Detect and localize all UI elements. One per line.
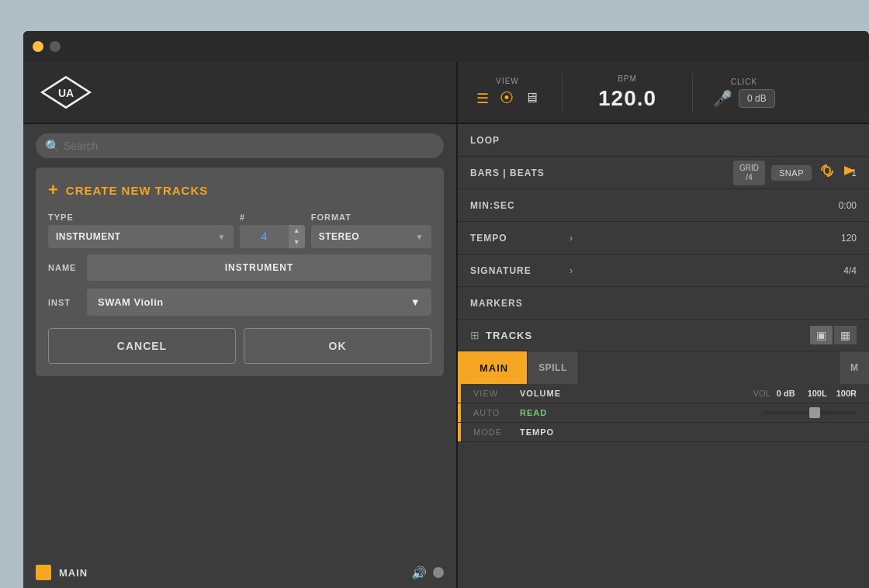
- view-detail-value: VOLUME: [520, 389, 561, 398]
- columns-view-button[interactable]: ⦿: [497, 88, 517, 109]
- grid-label: GRID: [739, 164, 759, 173]
- pan-slider-thumb: [809, 407, 820, 418]
- dialog-title: CREATE NEW TRACKS: [66, 184, 208, 197]
- inst-select[interactable]: SWAM Violin ▼: [87, 289, 431, 316]
- signature-arrow-icon: ›: [570, 265, 573, 276]
- bars-beats-controls: GRID /4 SNAP: [733, 161, 857, 185]
- type-label: TYPE: [48, 213, 234, 222]
- bpm-value[interactable]: 120.0: [598, 86, 656, 111]
- tempo-row: TEMPO › 120: [458, 222, 869, 254]
- right-panel: VIEW ☰ ⦿ 🖥 BPM 120.0 CLICK 🎤: [458, 62, 869, 588]
- markers-label: MARKERS: [470, 298, 563, 309]
- m-button[interactable]: M: [839, 351, 869, 384]
- name-input[interactable]: INSTRUMENT: [87, 254, 431, 281]
- tracks-header: ⊞ TRACKS ▣ ▦: [458, 320, 869, 351]
- view-detail-row: VIEW VOLUME VOL 0 dB 100L 100R: [458, 384, 869, 403]
- tracks-split-view-button[interactable]: ▣: [810, 326, 833, 344]
- list-view-button[interactable]: ☰: [473, 88, 492, 109]
- tracks-view-buttons: ▣ ▦: [810, 326, 857, 344]
- grid-button[interactable]: GRID /4: [733, 161, 765, 185]
- view-section: VIEW ☰ ⦿ 🖥: [473, 77, 542, 109]
- snap-button[interactable]: SNAP: [771, 165, 812, 181]
- format-field: FORMAT STEREO ▼: [311, 213, 431, 248]
- inst-label: INST: [48, 298, 79, 307]
- format-label: FORMAT: [311, 213, 431, 222]
- pan-slider-section: [760, 410, 857, 415]
- bpm-section: BPM 120.0: [583, 74, 672, 111]
- dialog-title-row: + CREATE NEW TRACKS: [48, 180, 431, 200]
- tempo-label: TEMPO: [470, 233, 563, 244]
- inst-row: INST SWAM Violin ▼: [48, 289, 431, 316]
- auto-detail-value: READ: [520, 408, 547, 417]
- click-label: CLICK: [731, 78, 757, 86]
- signature-value: 4/4: [843, 265, 857, 276]
- spill-tab[interactable]: SPILL: [527, 351, 579, 384]
- left-panel: UA 🔍 + CREATE NEW TRACKS: [23, 62, 458, 588]
- type-select[interactable]: INSTRUMENT ▼: [48, 225, 234, 248]
- number-arrows: ▲ ▼: [289, 225, 305, 248]
- num-label: #: [240, 213, 305, 222]
- format-arrow-icon: ▼: [416, 233, 424, 241]
- click-controls: 🎤 0 dB: [713, 89, 775, 108]
- vol-value: 0 dB: [777, 389, 795, 398]
- speaker-icon: 🔊: [411, 566, 427, 580]
- signature-row: SIGNATURE › 4/4: [458, 254, 869, 287]
- timeline-rows: LOOP BARS | BEATS GRID /4 SNAP: [458, 124, 869, 588]
- tracks-title: TRACKS: [486, 330, 810, 341]
- view-detail-label: VIEW: [473, 389, 512, 398]
- link-icon: [818, 164, 836, 177]
- svg-text:UA: UA: [58, 87, 74, 99]
- click-section: CLICK 🎤 0 dB: [713, 78, 775, 108]
- pan-l-value: 100L: [808, 389, 827, 398]
- ua-logo-svg: UA: [39, 73, 93, 112]
- main-track-header: MAIN SPILL M: [458, 351, 869, 384]
- search-input[interactable]: [36, 133, 444, 158]
- maximize-button[interactable]: [50, 41, 61, 52]
- num-up-button[interactable]: ▲: [289, 225, 305, 237]
- num-down-button[interactable]: ▼: [289, 237, 305, 248]
- type-arrow-icon: ▼: [218, 233, 226, 241]
- mic-button[interactable]: 🎤: [713, 89, 732, 108]
- main-tab[interactable]: MAIN: [461, 351, 527, 384]
- min-sec-value: 0:00: [839, 200, 857, 211]
- link-button[interactable]: [818, 164, 836, 181]
- inst-arrow-icon: ▼: [410, 296, 421, 308]
- monitor-view-button[interactable]: 🖥: [521, 88, 542, 109]
- vol-label: VOL: [753, 389, 770, 398]
- number-input: 4 ▲ ▼: [240, 225, 305, 248]
- ok-button[interactable]: OK: [244, 328, 431, 364]
- search-wrapper: 🔍: [36, 133, 444, 158]
- click-db-button[interactable]: 0 dB: [739, 89, 775, 108]
- min-sec-label: MIN:SEC: [470, 200, 563, 211]
- logo: UA: [39, 73, 93, 112]
- track-color-indicator: [36, 565, 51, 580]
- format-select[interactable]: STEREO ▼: [311, 225, 431, 248]
- auto-detail-label: AUTO: [473, 408, 512, 417]
- plus-icon: +: [48, 180, 58, 200]
- pan-slider[interactable]: [763, 410, 857, 415]
- name-row: NAME INSTRUMENT: [48, 254, 431, 281]
- left-header: UA: [23, 62, 456, 124]
- loop-label: LOOP: [470, 135, 563, 146]
- signature-label: SIGNATURE: [470, 265, 563, 276]
- tempo-value: 120: [841, 233, 857, 244]
- mode-detail-value: TEMPO: [520, 427, 554, 437]
- loop-row: LOOP: [458, 124, 869, 157]
- cancel-button[interactable]: CANCEL: [48, 328, 236, 364]
- create-tracks-dialog: + CREATE NEW TRACKS TYPE INSTRUMENT ▼ #: [36, 168, 444, 376]
- minimize-button[interactable]: [33, 41, 43, 52]
- name-label: NAME: [48, 263, 79, 272]
- track-icons: 🔊: [411, 566, 444, 580]
- view-buttons: ☰ ⦿ 🖥: [473, 88, 542, 109]
- search-container: 🔍: [23, 124, 456, 168]
- bars-number: 1: [851, 168, 857, 178]
- top-right-header: VIEW ☰ ⦿ 🖥 BPM 120.0 CLICK 🎤: [458, 62, 869, 124]
- bars-beats-label: BARS | BEATS: [470, 168, 563, 178]
- dialog-actions: CANCEL OK: [48, 328, 431, 364]
- title-bar: [23, 31, 869, 62]
- app-window: UA 🔍 + CREATE NEW TRACKS: [23, 31, 869, 588]
- tracks-columns-view-button[interactable]: ▦: [834, 326, 857, 344]
- number-value: 4: [240, 226, 289, 247]
- bpm-label: BPM: [618, 74, 637, 83]
- markers-row: MARKERS: [458, 287, 869, 320]
